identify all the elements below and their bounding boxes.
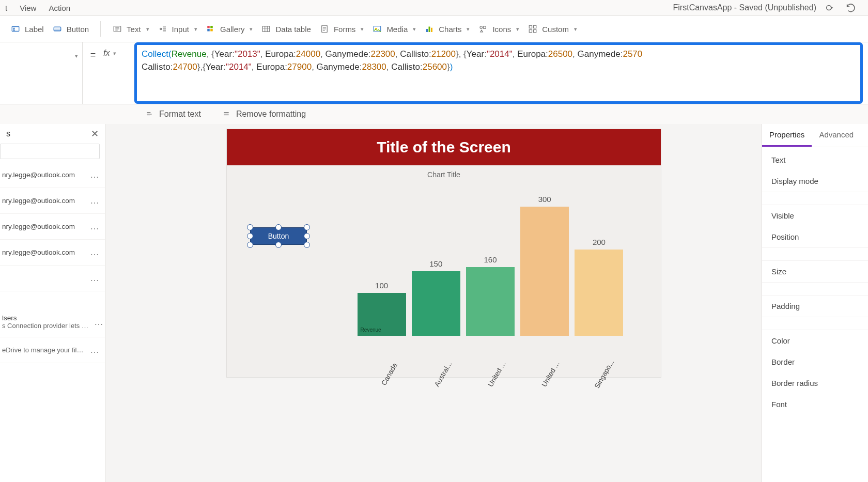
resize-handle[interactable] <box>247 224 253 230</box>
text-icon <box>112 24 122 34</box>
format-text-button[interactable]: Format text <box>145 110 201 119</box>
custom-dropdown[interactable]: Custom▾ <box>524 21 580 37</box>
canvas-area[interactable]: Title of the Screen Chart Title Button 1… <box>105 124 762 482</box>
svg-rect-20 <box>534 25 536 28</box>
canvas-frame: Title of the Screen Chart Title Button 1… <box>227 129 661 377</box>
format-bar: Format text Remove formatting <box>0 104 868 124</box>
connection-item[interactable]: nry.legge@outlook.com… <box>0 214 105 240</box>
svg-rect-10 <box>263 26 270 32</box>
property-row[interactable]: Size <box>762 261 868 282</box>
data-table-button[interactable]: Data table <box>258 21 314 37</box>
formula-input[interactable]: Collect(Revenue, {Year:"2013", Europa:24… <box>134 42 863 79</box>
property-row[interactable]: Padding <box>762 296 868 317</box>
ellipsis-icon[interactable]: … <box>86 169 100 180</box>
x-axis-label: United ... <box>480 349 514 399</box>
formula-row: ▾ = fx▾ Collect(Revenue, {Year:"2013", E… <box>0 42 868 104</box>
chart-title: Chart Title <box>227 165 661 179</box>
left-panel: s ✕ nry.legge@outlook.com…nry.legge@outl… <box>0 124 105 482</box>
app-title: FirstCanvasApp - Saved (Unpublished) <box>673 3 816 12</box>
button-button[interactable]: Button <box>49 21 92 37</box>
ellipsis-icon[interactable]: … <box>86 273 100 284</box>
menu-item[interactable]: t <box>5 4 7 12</box>
undo-icon[interactable] <box>844 1 858 14</box>
custom-icon <box>528 24 538 34</box>
tab-advanced[interactable]: Advanced <box>812 124 861 147</box>
connection-item-onedrive[interactable]: eDrive to manage your files. Yo...… <box>0 337 105 363</box>
icons-dropdown[interactable]: Icons▾ <box>475 21 522 37</box>
property-row[interactable]: Text <box>762 149 868 170</box>
connection-email: nry.legge@outlook.com <box>2 197 75 205</box>
resize-handle[interactable] <box>275 224 282 230</box>
connection-item[interactable]: nry.legge@outlook.com… <box>0 188 105 214</box>
left-search-input[interactable] <box>0 144 100 159</box>
ellipsis-icon[interactable]: … <box>86 247 100 258</box>
forms-dropdown[interactable]: Forms▾ <box>316 21 367 37</box>
icons-icon <box>478 24 488 34</box>
chevron-down-icon: ▾ <box>250 26 253 33</box>
label-icon <box>10 24 21 34</box>
input-icon <box>158 24 168 34</box>
close-icon[interactable]: ✕ <box>91 128 99 139</box>
ellipsis-icon[interactable]: … <box>86 221 100 232</box>
resize-handle[interactable] <box>275 242 282 248</box>
gallery-dropdown[interactable]: Gallery▾ <box>203 21 256 37</box>
resize-handle[interactable] <box>304 242 310 248</box>
ellipsis-icon[interactable]: … <box>86 345 100 355</box>
media-dropdown[interactable]: Media▾ <box>369 21 419 37</box>
chevron-down-icon: ▾ <box>467 26 470 33</box>
ellipsis-icon[interactable]: … <box>86 195 100 206</box>
svg-rect-9 <box>210 29 213 32</box>
property-row[interactable]: Position <box>762 226 868 247</box>
run-icon[interactable] <box>824 1 837 14</box>
bar-value-label: 160 <box>484 255 497 264</box>
connection-item[interactable]: nry.legge@outlook.com… <box>0 240 105 266</box>
chevron-down-icon: ▾ <box>113 50 116 57</box>
menu-strip: t View Action FirstCanvasApp - Saved (Un… <box>0 0 868 15</box>
bar-value-label: 300 <box>538 195 551 204</box>
property-row[interactable]: Border <box>762 351 868 372</box>
text-dropdown[interactable]: Text▾ <box>109 21 152 37</box>
property-row[interactable]: Border radius <box>762 372 868 394</box>
equals-label: = <box>83 42 103 104</box>
chart-area: Chart Title Button 100Revenue15016030020… <box>227 165 661 377</box>
chart-bar: 100Revenue <box>356 281 407 336</box>
chevron-down-icon: ▾ <box>194 26 197 33</box>
property-row[interactable]: Font <box>762 394 868 415</box>
x-axis-label: United ... <box>534 349 567 399</box>
connection-item[interactable]: … <box>0 266 105 291</box>
property-row[interactable]: Color <box>762 330 868 351</box>
connection-item-users[interactable]: lserss Connection provider lets you ...… <box>0 307 105 337</box>
connection-item[interactable]: nry.legge@outlook.com… <box>0 162 105 188</box>
label-button[interactable]: Label <box>7 21 47 37</box>
menu-item-view[interactable]: View <box>20 4 36 12</box>
menu-item-action[interactable]: Action <box>49 4 70 12</box>
gallery-icon <box>206 24 216 34</box>
button-text: Button <box>67 25 89 34</box>
chevron-down-icon: ▾ <box>574 26 577 33</box>
fx-button[interactable]: fx▾ <box>103 42 134 104</box>
x-axis-label: Singapo... <box>587 349 621 399</box>
input-dropdown[interactable]: Input▾ <box>154 21 200 37</box>
selected-button-control[interactable]: Button <box>250 227 307 245</box>
remove-formatting-button[interactable]: Remove formatting <box>222 110 306 119</box>
resize-handle[interactable] <box>304 224 310 230</box>
bar-value-label: 100 <box>375 281 388 290</box>
property-row[interactable]: Display mode <box>762 170 868 192</box>
svg-rect-21 <box>530 30 532 33</box>
property-selector[interactable]: ▾ <box>0 42 83 104</box>
forms-icon <box>319 24 330 34</box>
chart-bar: 150 <box>410 259 461 336</box>
resize-handle[interactable] <box>304 233 310 239</box>
svg-rect-22 <box>534 30 536 33</box>
svg-rect-14 <box>426 29 428 32</box>
tab-properties[interactable]: Properties <box>762 124 812 147</box>
charts-dropdown[interactable]: Charts▾ <box>421 21 473 37</box>
svg-rect-18 <box>484 26 486 29</box>
chart-bars: 100Revenue150160300200 <box>356 196 625 336</box>
resize-handle[interactable] <box>247 242 253 248</box>
chart-bar: 160 <box>464 255 516 336</box>
resize-handle[interactable] <box>247 233 253 239</box>
ellipsis-icon[interactable]: … <box>90 317 104 328</box>
charts-icon <box>424 24 435 34</box>
property-row[interactable]: Visible <box>762 205 868 226</box>
